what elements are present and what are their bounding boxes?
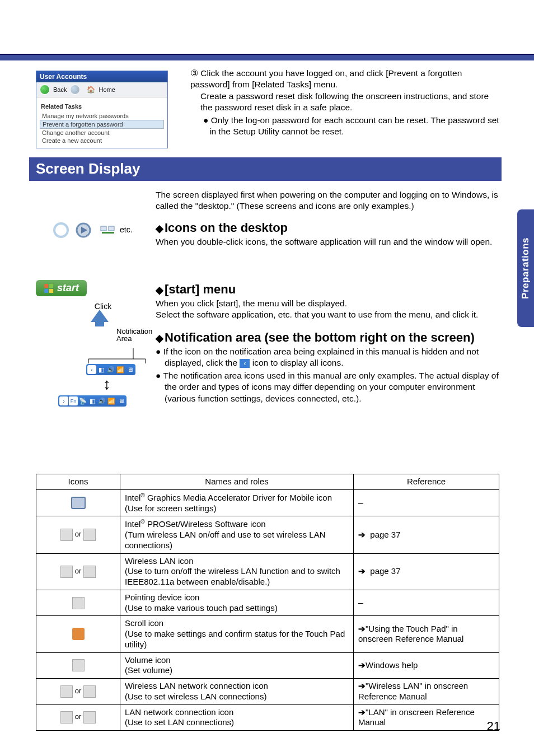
cell-name: Volume icon(Set volume)	[120, 652, 354, 679]
network-places-icon	[99, 222, 118, 239]
svg-rect-3	[109, 226, 114, 231]
collapse-arrow-icon: ›	[59, 396, 68, 405]
h-start-title: [start] menu	[165, 282, 236, 296]
start-notification-figure: start Click Notification Area ‹ ◧ 🔊 📶 🖥 …	[36, 280, 148, 407]
th-names: Names and roles	[120, 474, 354, 490]
cell-ref: –	[354, 489, 499, 516]
ua-back-label: Back	[53, 86, 67, 93]
ua-item-0: Manage my network passwords	[40, 112, 164, 120]
th-ref: Reference	[354, 474, 499, 490]
back-icon	[40, 85, 50, 95]
tray-icon-e: 🖥	[116, 396, 125, 405]
notif-area-label: Notification Area	[116, 328, 152, 342]
ie-icon	[53, 222, 69, 238]
windows-logo-icon	[44, 283, 54, 293]
diamond-icon-2: ◆	[156, 284, 163, 296]
tray-icon-2: 🔊	[106, 365, 115, 374]
cell-icon	[36, 652, 120, 679]
cell-icon	[36, 489, 120, 516]
ua-related-tasks-label: Related Tasks	[41, 103, 163, 110]
tray-icon-3: 📶	[116, 365, 125, 374]
cell-name: Intel® Graphics Media Accelerator Driver…	[120, 489, 354, 516]
step3-marker: ③	[190, 68, 198, 78]
table-row: or Intel® PROSet/Wireless Software icon(…	[36, 516, 499, 553]
svg-rect-2	[101, 226, 106, 231]
ua-item-2: Change another account	[40, 129, 164, 137]
cell-name: Intel® PROSet/Wireless Software icon(Tur…	[120, 516, 354, 553]
table-row: Scroll icon(Use to make settings and con…	[36, 616, 499, 652]
h-notif-title: Notification area (see the bottom right …	[165, 330, 475, 344]
table-row: Pointing device icon(Use to make various…	[36, 590, 499, 616]
cell-name: LAN network connection icon(Use to set L…	[120, 704, 354, 731]
tray-collapsed: ‹ ◧ 🔊 📶 🖥	[86, 364, 135, 375]
svg-rect-5	[44, 284, 48, 288]
cell-ref: ➔"LAN" in onscreen Reference Manual	[354, 704, 499, 731]
h-icons-body: When you double-click icons, the softwar…	[156, 236, 500, 248]
svg-marker-9	[91, 310, 109, 326]
cell-ref: ➔ page 37	[354, 553, 499, 590]
cell-name: Pointing device icon(Use to make various…	[120, 590, 354, 616]
table-row: or Wireless LAN network connection icon(…	[36, 679, 499, 705]
step3-line1: Click the account you have logged on, an…	[190, 68, 462, 89]
start-button-figure: start	[36, 280, 87, 296]
step-3-block: ③ Click the account you have logged on, …	[190, 68, 500, 138]
block-notification-area: ◆Notification area (see the bottom right…	[156, 330, 500, 404]
h-start-body1: When you click [start], the menu will be…	[156, 298, 500, 309]
ua-item-1: Prevent a forgotten password	[40, 120, 164, 129]
cell-icon: or	[36, 679, 120, 705]
cell-ref: ➔ page 37	[354, 516, 499, 553]
click-label: Click	[58, 302, 148, 311]
diamond-icon: ◆	[156, 223, 163, 234]
tray-icon-c: 🔊	[97, 396, 106, 405]
h-icons-title: Icons on the desktop	[165, 221, 288, 235]
ua-toolbar: Back 🏠 Home	[36, 82, 167, 97]
side-tab-preparations: Preparations	[517, 209, 534, 327]
table-row: or LAN network connection icon(Use to se…	[36, 704, 499, 731]
icons-etc: etc.	[120, 225, 133, 234]
tray-icon-a: 📡	[78, 396, 87, 405]
ua-title: User Accounts	[36, 71, 167, 82]
cell-ref: ➔"Wireless LAN" in onscreen Reference Ma…	[354, 679, 499, 705]
cell-icon	[36, 590, 120, 616]
svg-rect-6	[49, 284, 53, 288]
cell-name: Wireless LAN icon(Use to turn on/off the…	[120, 553, 354, 590]
icons-table: Icons Names and roles Reference Intel® G…	[36, 474, 499, 731]
tray-icon-b: ◧	[88, 396, 97, 405]
tray-icon-4: 🖥	[125, 365, 134, 374]
h-start-body2: Select the software application, etc. th…	[156, 309, 500, 320]
notif-bullet-1: If the icon on the notification area bei…	[156, 346, 500, 369]
cell-icon	[36, 616, 120, 652]
svg-rect-8	[49, 289, 53, 293]
notif-bullet-2: The notification area icons used in this…	[156, 370, 500, 404]
table-row: Intel® Graphics Media Accelerator Driver…	[36, 489, 499, 516]
wmp-icon	[75, 222, 93, 239]
ua-home-label: Home	[99, 86, 115, 93]
diamond-icon-3: ◆	[156, 333, 163, 344]
section-bar-screen-display: Screen Display	[29, 157, 502, 181]
block-icons-on-desktop: ◆Icons on the desktop When you double-cl…	[156, 221, 500, 248]
svg-rect-7	[44, 289, 48, 293]
ua-item-3: Create a new account	[40, 137, 164, 144]
desktop-icons-figure: etc.	[43, 222, 143, 239]
th-icons: Icons	[36, 474, 120, 490]
cell-ref: ➔Windows help	[354, 652, 499, 679]
ua-body: Related Tasks Manage my network password…	[36, 97, 167, 148]
cell-name: Scroll icon(Use to make settings and con…	[120, 616, 354, 652]
tray-icon-d: 📶	[107, 396, 116, 405]
desktop-intro: The screen displayed first when powering…	[156, 189, 500, 212]
up-down-arrow-icon: ↕	[103, 375, 148, 393]
table-row: Volume icon(Set volume)➔Windows help	[36, 652, 499, 679]
cell-icon: or	[36, 704, 120, 731]
cell-name: Wireless LAN network connection icon(Use…	[120, 679, 354, 705]
tray-icon-fn: Fn	[69, 396, 78, 405]
step3-line2: Create a password reset disk following t…	[200, 91, 489, 112]
show-hidden-icons-icon: ‹	[240, 359, 250, 368]
cell-icon: or	[36, 516, 120, 553]
expand-arrow-icon: ‹	[87, 365, 96, 374]
page-number: 21	[487, 719, 500, 734]
block-start-menu: ◆[start] menu When you click [start], th…	[156, 282, 500, 321]
svg-rect-4	[102, 232, 114, 234]
cell-icon: or	[36, 553, 120, 590]
top-blue-bar	[0, 54, 534, 60]
cell-ref: ➔"Using the Touch Pad" in onscreen Refer…	[354, 616, 499, 652]
